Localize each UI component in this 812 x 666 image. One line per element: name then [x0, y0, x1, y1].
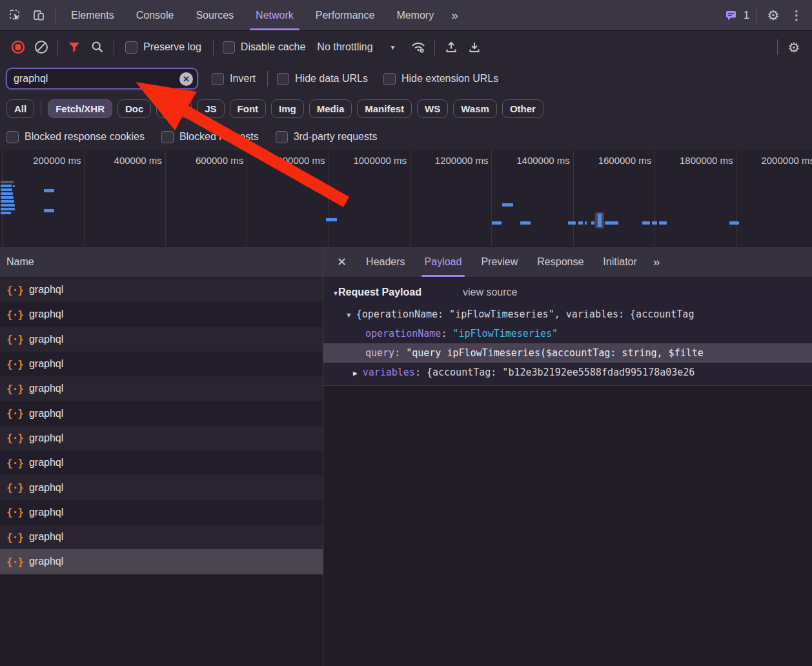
chip-fetchxhr[interactable]: Fetch/XHR: [48, 99, 112, 118]
chip-ws[interactable]: WS: [417, 99, 448, 118]
disable-cache-checkbox[interactable]: [223, 41, 235, 54]
detail-more-tabs-button[interactable]: »: [647, 255, 667, 269]
chip-font[interactable]: Font: [230, 99, 266, 118]
request-row[interactable]: {·}graphql: [0, 352, 323, 376]
tab-console[interactable]: Console: [125, 0, 185, 30]
request-row[interactable]: {·}graphql: [0, 278, 323, 302]
chip-wasm[interactable]: Wasm: [453, 99, 497, 118]
search-icon: [91, 41, 104, 54]
timeline-column: 1200000 ms: [410, 150, 492, 246]
device-toolbar-button[interactable]: [27, 5, 50, 26]
expand-caret-icon[interactable]: ▶: [353, 369, 358, 378]
collapse-caret-icon[interactable]: ▼: [347, 311, 351, 319]
request-row[interactable]: {·}graphql: [0, 376, 323, 401]
fetch-xhr-icon: {·}: [6, 407, 23, 419]
json-colon: :: [415, 367, 427, 378]
waterfall-bar: [44, 189, 54, 192]
filter-input[interactable]: [6, 68, 198, 89]
timeline-tick-label: 600000 ms: [196, 155, 243, 166]
chip-img[interactable]: Img: [271, 99, 304, 118]
view-source-link[interactable]: view source: [463, 287, 517, 298]
clear-filter-icon[interactable]: ✕: [179, 72, 193, 86]
request-row[interactable]: {·}graphql: [0, 302, 323, 327]
json-operationname-row[interactable]: operationName: "ipFlowTimeseries": [323, 324, 812, 343]
waterfall-bar: [652, 221, 657, 225]
preserve-log-label: Preserve log: [143, 41, 201, 53]
waterfall-bar: [642, 221, 650, 225]
import-har-button[interactable]: [440, 36, 463, 58]
chip-other[interactable]: Other: [502, 99, 543, 118]
chip-js[interactable]: JS: [197, 99, 224, 118]
record-network-log-button[interactable]: [6, 36, 30, 58]
request-row[interactable]: {·}graphql: [0, 401, 323, 425]
hide-data-urls-checkbox[interactable]: [277, 73, 289, 85]
resource-type-chips: AllFetch/XHRDocCSSJSFontImgMediaManifest…: [0, 94, 812, 123]
blocked-requests-checkbox[interactable]: [161, 131, 174, 143]
request-row[interactable]: {·}graphql: [0, 500, 323, 525]
export-har-button[interactable]: [463, 36, 486, 58]
fetch-xhr-icon: {·}: [6, 383, 23, 395]
divider: [434, 39, 435, 55]
request-row[interactable]: {·}graphql: [0, 549, 323, 574]
request-name: graphql: [29, 482, 63, 494]
waterfall-bar: [326, 218, 337, 221]
fetch-xhr-icon: {·}: [6, 457, 23, 469]
waterfall-bar: [520, 221, 531, 225]
name-column-header[interactable]: Name: [0, 247, 323, 278]
search-network-button[interactable]: [86, 36, 109, 58]
clear-network-log-button[interactable]: [30, 36, 53, 58]
detail-tab-initiator[interactable]: Initiator: [593, 247, 646, 277]
request-name: graphql: [29, 334, 63, 345]
detail-tab-preview[interactable]: Preview: [471, 247, 527, 277]
close-detail-icon[interactable]: ✕: [327, 255, 356, 269]
chip-all[interactable]: All: [6, 99, 34, 118]
network-settings-button[interactable]: ⚙: [782, 36, 806, 58]
fetch-xhr-icon: {·}: [6, 531, 23, 543]
network-conditions-button[interactable]: [407, 36, 430, 58]
detail-tab-bar: ✕ HeadersPayloadPreviewResponseInitiator…: [323, 247, 812, 278]
request-name: graphql: [29, 457, 63, 469]
settings-button[interactable]: ⚙: [762, 5, 785, 26]
request-row[interactable]: {·}graphql: [0, 525, 323, 549]
request-row[interactable]: {·}graphql: [0, 475, 323, 500]
detail-tab-headers[interactable]: Headers: [356, 247, 414, 277]
chip-media[interactable]: Media: [309, 99, 352, 118]
chip-manifest[interactable]: Manifest: [357, 99, 412, 118]
request-row[interactable]: {·}graphql: [0, 450, 323, 475]
json-root-row[interactable]: ▼{operationName: "ipFlowTimeseries", var…: [323, 305, 812, 324]
throttling-dropdown[interactable]: No throttling ▼: [317, 41, 396, 53]
request-name: graphql: [29, 284, 63, 296]
blocked-response-cookies-checkbox[interactable]: [6, 131, 19, 143]
tab-memory[interactable]: Memory: [385, 0, 445, 30]
third-party-requests-checkbox[interactable]: [276, 131, 288, 143]
json-query-row-selected[interactable]: query: "query ipFlowTimeseries($accountT…: [323, 343, 812, 363]
filter-toggle-button[interactable]: [63, 36, 86, 58]
network-toolbar: Preserve log Disable cache No throttling…: [0, 31, 812, 63]
inspect-element-button[interactable]: [4, 5, 27, 26]
network-overview-timeline[interactable]: 200000 ms400000 ms600000 ms800000 ms1000…: [0, 150, 812, 247]
invert-checkbox[interactable]: [212, 73, 224, 85]
hide-extension-urls-checkbox[interactable]: [383, 73, 396, 85]
tab-sources[interactable]: Sources: [185, 0, 245, 30]
timeline-tick-label: 200000 ms: [33, 155, 81, 166]
chip-css[interactable]: CSS: [156, 99, 192, 118]
chevron-down-icon: ▼: [390, 44, 396, 51]
funnel-icon: [68, 42, 80, 53]
request-row[interactable]: {·}graphql: [0, 327, 323, 352]
selected-request-marker: [595, 212, 604, 228]
issues-button[interactable]: [719, 5, 742, 26]
tab-performance[interactable]: Performance: [305, 0, 386, 30]
json-variables-row[interactable]: ▶variables: {accountTag: "b12e3b2192ee55…: [323, 363, 812, 382]
timeline-column: 1000000 ms: [329, 150, 411, 246]
request-row[interactable]: {·}graphql: [0, 426, 323, 450]
request-payload-section-header[interactable]: ▾ Request Payload view source: [323, 278, 812, 305]
more-tabs-button[interactable]: »: [445, 8, 465, 23]
detail-tab-response[interactable]: Response: [527, 247, 593, 277]
chip-doc[interactable]: Doc: [117, 99, 151, 118]
tab-elements[interactable]: Elements: [60, 0, 125, 30]
detail-tab-payload[interactable]: Payload: [415, 247, 472, 277]
customize-menu-button[interactable]: ⋮: [785, 5, 808, 26]
requests-split-view: Name {·}graphql{·}graphql{·}graphql{·}gr…: [0, 247, 812, 666]
preserve-log-checkbox[interactable]: [125, 41, 137, 54]
tab-network[interactable]: Network: [245, 0, 305, 30]
